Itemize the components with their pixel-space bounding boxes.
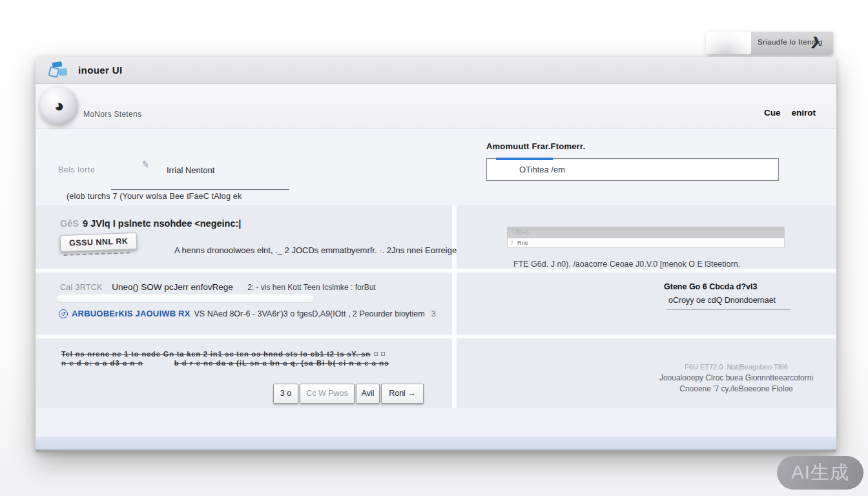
top-form-section: Bels lorte ✎ Irrial Nentont (elob turchs… <box>36 129 836 205</box>
content-area: Bels lorte ✎ Irrial Nentont (elob turchs… <box>36 129 836 452</box>
section-row3-right: F6U ET72.0 .Nat|Beagsbeo T8I6 Jooualooep… <box>457 338 836 408</box>
amount-field-wrapper <box>486 158 779 181</box>
section-row1-right: I Bl+o 7 Rne FTE G6d. J n0). /aoacorre C… <box>457 205 836 269</box>
header-bar: ◕ MoNors Stetens Cue enirot <box>36 84 836 129</box>
tiny-box-icon <box>374 352 378 356</box>
row2-right-divider <box>666 309 790 310</box>
info-line-3: Cnooene '7 cy./leBoeeone Flolee <box>650 384 822 395</box>
dropdown-header-bar[interactable]: I Bl+o <box>507 227 785 238</box>
section-row2-right: Gtene Go 6 Cbcda d?vl3 oCroyy oe cdQ Dno… <box>457 273 836 335</box>
amount-field-label: Amomuutt Frar.Ftomerr. <box>486 141 585 151</box>
strike-text-2a: n e d c: a a d3 a n n <box>61 359 143 367</box>
chevron-right-icon[interactable]: ❯ <box>810 35 822 48</box>
row2-link[interactable]: ↺ ARBUOBErKIS JAOUIWB RX VS NAed 8Or-6 -… <box>59 309 436 318</box>
row1-heading: GĕS9 JVlq I pslnetc nsohdee <negeinc:| <box>60 218 241 229</box>
info-line-2: Jooualooepy Clroc buea Gionnntteearcotor… <box>650 373 822 384</box>
ai-generated-watermark: AI生成 <box>777 456 863 490</box>
row1-action-button[interactable]: GSSU NNL RK <box>60 232 138 252</box>
pencil-icon[interactable]: ✎ <box>140 158 150 171</box>
section-row3-left: Tel ns nrenc ne 1 to ncde Gn ta ken 2 in… <box>36 338 452 408</box>
strike-text-2b: b d r e ne da a (iL sn a bn a q. (sa Bi … <box>174 359 389 367</box>
amount-input[interactable] <box>487 159 778 180</box>
strike-text-1: Tel ns nrenc ne 1 to ncde Gn ta ken 2 in… <box>61 350 371 358</box>
info-text-block: F6U ET72.0 .Nat|Beagsbeo T8I6 Jooualooep… <box>650 362 822 395</box>
row3-strike-line2: n e d c: a a d3 a n nb d r e ne da a (iL… <box>61 359 389 367</box>
segment-button-2[interactable]: Cc W Pwos <box>300 384 355 404</box>
window-bottom-edge <box>36 450 836 452</box>
info-line-1: F6U ET72.0 .Nat|Beagsbeo T8I6 <box>650 362 822 373</box>
main-window: inouer UI ◕ MoNors Stetens Cue enirot Be… <box>36 57 836 452</box>
row2-right-heading: Gtene Go 6 Cbcda d?vl3 <box>664 282 757 291</box>
header-action-secondary[interactable]: enirot <box>791 108 816 118</box>
segment-button-1[interactable]: 3 o <box>273 384 298 404</box>
app-logo-icon <box>48 61 69 79</box>
link-label: ARBUOBErKIS JAOUIWB RX <box>72 309 191 318</box>
floating-toolbar[interactable]: Sriaudfe lo Itenmg ❯ <box>707 32 833 54</box>
power-orb-button[interactable]: ◕ <box>39 87 78 125</box>
row3-strike-line1: Tel ns nrenc ne 1 to ncde Gn ta ken 2 in… <box>61 347 385 359</box>
segment-button-3[interactable]: Avil <box>356 384 380 404</box>
link-end-text: 3 <box>431 309 436 318</box>
row1-heading-main: 9 JVlq I pslnetc nsohdee <negeinc:| <box>83 218 241 229</box>
refresh-circle-icon: ↺ <box>59 309 68 318</box>
footer-strip <box>36 437 836 450</box>
name-caption: (elob turchs 7 (Yourv wolsa Bee tFaeC tA… <box>67 192 242 201</box>
name-label-muted: Bels lorte <box>58 165 95 174</box>
header-status-text: MoNors Stetens <box>83 110 141 119</box>
name-underline <box>111 189 289 190</box>
list-item-label: Rne <box>517 240 528 246</box>
section-row1-left: GĕS9 JVlq I pslnetc nsohdee <negeinc:| G… <box>36 205 452 269</box>
link-text: VS NAed 8Or-6 - 3VA6r')3 o fgesD,A9(IOtt… <box>194 309 425 318</box>
row2-right-subheading[interactable]: oCroyy oe cdQ Dnondoernaet <box>668 296 776 305</box>
section-row2-left: Cal 3RTCK Uneo() SOW pcJerr enfovRege 2:… <box>36 273 452 335</box>
tiny-box-icon <box>381 352 385 356</box>
progress-track <box>57 294 313 302</box>
titlebar: inouer UI <box>36 57 836 84</box>
list-item-mark: 7 <box>510 240 513 246</box>
row1-description: A henns dronoolwoes elnt, ._ 2 JOCDs emm… <box>174 245 473 255</box>
segment-button-forward[interactable]: Ronl → <box>381 384 424 404</box>
lower-spacer <box>36 408 836 437</box>
name-label: Irrial Nentont <box>167 165 214 175</box>
header-actions: Cue enirot <box>764 108 816 118</box>
header-action-primary[interactable]: Cue <box>764 108 781 118</box>
row1-right-caption: FTE G6d. J n0). /aoacorre Ceoae J0.V.0 [… <box>513 260 740 269</box>
window-title: inouer UI <box>78 65 123 76</box>
row2-text-line: Cal 3RTCK Uneo() SOW pcJerr enfovRege 2:… <box>60 281 376 293</box>
row1-heading-prefix: GĕS <box>60 218 79 229</box>
power-glyph-icon: ◕ <box>52 96 67 116</box>
row2-line-prefix: Cal 3RTCK <box>60 283 103 292</box>
row2-line-suffix: 2: - vis hen Kott Teen Icslmke : forBut <box>247 283 376 292</box>
row2-line-main: Uneo() SOW pcJerr enfovRege <box>112 282 233 292</box>
dropdown-list-item[interactable]: 7 Rne <box>507 238 785 248</box>
toolbar-swoosh-decoration <box>706 32 751 54</box>
button-group: 3 o Cc W Pwos Avil Ronl → <box>273 384 424 404</box>
